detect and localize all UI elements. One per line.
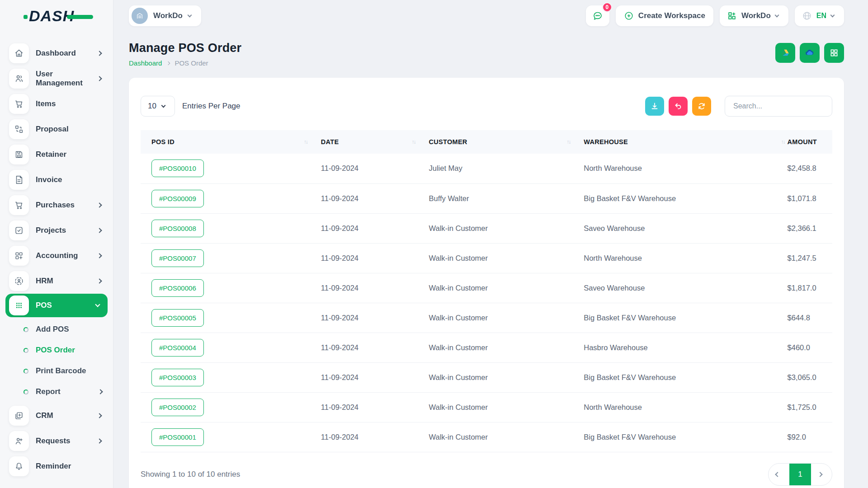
sidebar-item-purchases[interactable]: Purchases xyxy=(0,192,113,218)
sidebar-item-retainer[interactable]: Retainer xyxy=(0,142,113,167)
sidebar-item-crm[interactable]: CRM xyxy=(0,403,113,428)
chevron-left-icon xyxy=(775,472,780,477)
warehouse-cell: North Warehouse xyxy=(573,154,787,183)
sidebar-nav: Dashboard User Management Items Proposal… xyxy=(0,32,113,479)
sidebar-subitem-add-pos[interactable]: Add POS xyxy=(0,319,113,340)
column-header-warehouse[interactable]: WAREHOUSE ↑↓ xyxy=(573,130,787,154)
language-selector[interactable]: EN xyxy=(795,5,844,26)
amount-cell: $92.0 xyxy=(788,422,832,452)
pagination-next-button[interactable] xyxy=(811,463,832,486)
workdo-apps-menu[interactable]: WorkDo xyxy=(720,5,788,26)
pos-id-badge[interactable]: #POS00008 xyxy=(151,220,204,237)
sidebar-item-proposal[interactable]: Proposal xyxy=(0,117,113,142)
customer-cell: Walk-in Customer xyxy=(418,392,573,422)
warehouse-cell: Saveo Warehouse xyxy=(573,273,787,303)
onedrive-button[interactable] xyxy=(800,43,820,63)
pos-id-badge[interactable]: #POS00004 xyxy=(151,339,204,357)
sidebar-subitem-report[interactable]: Report xyxy=(0,381,113,402)
table-row: #POS00009 11-09-2024 Buffy Walter Big Ba… xyxy=(141,183,832,213)
warehouse-cell: Big Basket F&V Warehouse xyxy=(573,303,787,333)
date-cell: 11-09-2024 xyxy=(310,303,418,333)
pagination-page-button[interactable]: 1 xyxy=(789,463,811,486)
column-header-customer[interactable]: CUSTOMER ↑↓ xyxy=(418,130,573,154)
customer-cell: Walk-in Customer xyxy=(418,422,573,452)
amount-cell: $1,071.8 xyxy=(788,183,832,213)
sidebar-item-accounting[interactable]: Accounting xyxy=(0,243,113,268)
page-head: Manage POS Order Dashboard POS Order xyxy=(129,41,844,67)
sidebar-item-projects[interactable]: Projects xyxy=(0,218,113,243)
breadcrumb-current: POS Order xyxy=(175,59,208,67)
customer-cell: Walk-in Customer xyxy=(418,273,573,303)
google-drive-button[interactable] xyxy=(775,43,795,63)
pagination-prev-button[interactable] xyxy=(769,463,789,486)
pos-id-badge[interactable]: #POS00002 xyxy=(151,399,204,416)
warehouse-cell: Saveo Warehouse xyxy=(573,213,787,243)
column-header-amount[interactable]: AMOUNT xyxy=(788,130,832,154)
sidebar-item-invoice[interactable]: Invoice xyxy=(0,167,113,192)
grid-plus-icon xyxy=(9,246,29,266)
date-cell: 11-09-2024 xyxy=(310,183,418,213)
search-input[interactable] xyxy=(725,96,832,117)
chevron-right-icon xyxy=(98,389,103,394)
column-header-date[interactable]: DATE ↑↓ xyxy=(310,130,418,154)
amount-cell: $460.0 xyxy=(788,333,832,362)
cart-icon xyxy=(9,195,29,215)
table-row: #POS00007 11-09-2024 Walk-in Customer No… xyxy=(141,243,832,273)
sidebar-item-hrm[interactable]: HRM xyxy=(0,268,113,294)
messages-button[interactable]: 0 xyxy=(586,5,609,26)
logo-dash-bar xyxy=(67,15,93,19)
customer-cell: Walk-in Customer xyxy=(418,333,573,362)
chevron-right-icon xyxy=(166,61,170,65)
sidebar-item-dashboard[interactable]: Dashboard xyxy=(0,41,113,66)
sidebar-item-reminder[interactable]: Reminder xyxy=(0,454,113,479)
workspace-selector[interactable]: WorkDo xyxy=(129,5,201,26)
chevron-right-icon xyxy=(97,202,102,207)
chevron-right-icon xyxy=(97,413,102,418)
breadcrumb: Dashboard POS Order xyxy=(129,59,241,67)
pos-submenu: Add POS POS Order Print Barcode Report xyxy=(0,317,113,403)
table-footer: Showing 1 to 10 of 10 entries 1 xyxy=(141,463,832,486)
pos-order-table: POS ID ↑↓ DATE ↑↓ CUSTOMER ↑↓ WAREHOUSE … xyxy=(141,130,832,452)
amount-cell: $2,458.8 xyxy=(788,154,832,183)
pos-id-badge[interactable]: #POS00006 xyxy=(151,279,204,297)
sidebar-item-pos[interactable]: POS xyxy=(5,294,108,317)
proposal-icon xyxy=(9,119,29,139)
globe-icon xyxy=(802,11,812,21)
chevron-right-icon xyxy=(97,51,102,56)
pos-id-badge[interactable]: #POS00010 xyxy=(151,160,204,177)
date-cell: 11-09-2024 xyxy=(310,392,418,422)
undo-button[interactable] xyxy=(669,97,688,116)
sidebar-item-user-management[interactable]: User Management xyxy=(0,66,113,91)
warehouse-cell: North Warehouse xyxy=(573,392,787,422)
table-row: #POS00010 11-09-2024 Juliet May North Wa… xyxy=(141,154,832,183)
sort-icon: ↑↓ xyxy=(566,139,570,145)
export-button[interactable] xyxy=(645,97,664,116)
sidebar-item-requests[interactable]: Requests xyxy=(0,428,113,454)
warehouse-cell: Hasbro Warehouse xyxy=(573,333,787,362)
user-plus-icon xyxy=(9,431,29,451)
sidebar-item-items[interactable]: Items xyxy=(0,91,113,117)
warehouse-cell: Big Basket F&V Warehouse xyxy=(573,422,787,452)
table-body: #POS00010 11-09-2024 Juliet May North Wa… xyxy=(141,154,832,452)
bullet-ring-icon xyxy=(24,389,28,394)
table-row: #POS00005 11-09-2024 Walk-in Customer Bi… xyxy=(141,303,832,333)
warehouse-cell: Big Basket F&V Warehouse xyxy=(573,183,787,213)
pos-id-badge[interactable]: #POS00007 xyxy=(151,249,204,267)
pos-id-badge[interactable]: #POS00009 xyxy=(151,190,204,207)
create-workspace-button[interactable]: Create Workspace xyxy=(616,5,713,26)
pos-id-badge[interactable]: #POS00003 xyxy=(151,369,204,386)
table-header-row: POS ID ↑↓ DATE ↑↓ CUSTOMER ↑↓ WAREHOUSE … xyxy=(141,130,832,154)
date-cell: 11-09-2024 xyxy=(310,362,418,392)
column-header-pos-id[interactable]: POS ID ↑↓ xyxy=(141,130,310,154)
entries-per-page-select[interactable]: 10 xyxy=(141,96,175,117)
pos-id-badge[interactable]: #POS00005 xyxy=(151,309,204,327)
pos-order-card: 10 Entries Per Page xyxy=(129,78,844,488)
showing-entries-text: Showing 1 to 10 of 10 entries xyxy=(141,470,240,479)
sidebar-subitem-print-barcode[interactable]: Print Barcode xyxy=(0,361,113,381)
breadcrumb-dashboard-link[interactable]: Dashboard xyxy=(129,59,162,67)
app-logo[interactable]: DASH xyxy=(0,0,113,32)
grid-view-button[interactable] xyxy=(824,43,844,63)
sidebar-subitem-pos-order[interactable]: POS Order xyxy=(0,340,113,361)
refresh-button[interactable] xyxy=(692,97,711,116)
pos-id-badge[interactable]: #POS00001 xyxy=(151,428,204,446)
